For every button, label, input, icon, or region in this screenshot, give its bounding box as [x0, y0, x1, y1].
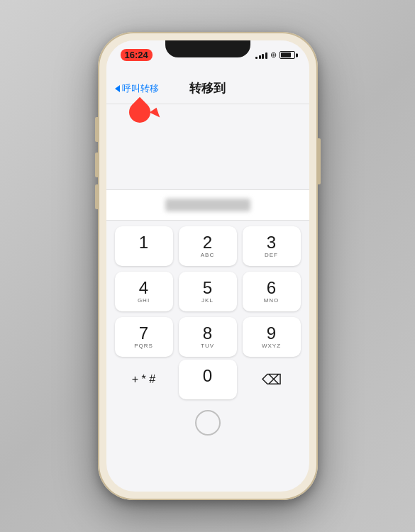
navigation-bar: 呼叫转移 转移到 — [106, 73, 309, 104]
status-bar: 16:24 ⊛ — [106, 49, 309, 61]
chevron-left-icon — [115, 85, 120, 92]
phone-frame: 16:24 ⊛ — [98, 32, 318, 500]
dial-key-3[interactable]: 3 DEF — [243, 226, 301, 266]
back-label: 呼叫转移 — [122, 82, 159, 95]
page-title: 转移到 — [189, 80, 226, 96]
status-icons: ⊛ — [255, 50, 295, 60]
status-time: 16:24 — [121, 49, 153, 61]
key-letters-3: DEF — [265, 252, 278, 259]
key-letters-4: GHI — [138, 297, 150, 304]
dial-pad-bottom: + * # 0 ⌫ — [106, 360, 309, 405]
key-number-8: 8 — [203, 325, 212, 342]
dial-key-5[interactable]: 5 JKL — [179, 272, 237, 311]
dial-pad: 1 2 ABC 3 DEF 4 GHI 5 JKL — [106, 221, 309, 360]
dial-key-1[interactable]: 1 — [115, 226, 173, 266]
dial-key-4[interactable]: 4 GHI — [115, 272, 173, 311]
key-letters-7: PQRS — [134, 343, 153, 350]
dial-key-0[interactable]: 0 — [179, 360, 237, 399]
dial-key-delete[interactable]: ⌫ — [243, 360, 301, 399]
key-number-3: 3 — [267, 234, 276, 251]
home-button[interactable] — [195, 410, 221, 436]
key-letters-6: MNO — [264, 297, 280, 304]
key-letters-2: ABC — [201, 252, 214, 259]
phone-number-input — [165, 199, 250, 211]
dial-key-7[interactable]: 7 PQRS — [115, 317, 173, 357]
key-letters-8: TUV — [201, 343, 214, 350]
dial-key-6[interactable]: 6 MNO — [243, 272, 301, 311]
key-letters-5: JKL — [201, 297, 214, 304]
key-number-9: 9 — [267, 325, 276, 342]
delete-icon: ⌫ — [262, 371, 282, 388]
key-special-label: + * # — [132, 374, 155, 385]
dial-key-8[interactable]: 8 TUV — [179, 317, 237, 357]
phone-input-section[interactable] — [106, 189, 309, 221]
phone-screen: 16:24 ⊛ — [106, 40, 309, 492]
dial-key-2[interactable]: 2 ABC — [179, 226, 237, 266]
battery-icon — [280, 51, 295, 59]
wifi-icon: ⊛ — [270, 50, 277, 60]
key-number-6: 6 — [267, 279, 276, 297]
home-area — [106, 405, 309, 440]
key-number-2: 2 — [203, 234, 212, 251]
notch-area: 16:24 ⊛ — [106, 40, 309, 73]
back-button[interactable]: 呼叫转移 — [115, 82, 159, 95]
signal-icon — [255, 52, 267, 59]
key-number-0: 0 — [203, 367, 212, 384]
key-number-7: 7 — [139, 325, 148, 342]
dial-key-9[interactable]: 9 WXYZ — [243, 317, 301, 357]
key-letters-9: WXYZ — [262, 343, 281, 350]
dial-key-special[interactable]: + * # — [115, 360, 173, 399]
key-number-4: 4 — [139, 279, 148, 297]
desktop-background: 16:24 ⊛ — [0, 0, 415, 532]
key-number-5: 5 — [203, 279, 212, 297]
key-number-1: 1 — [139, 234, 148, 251]
